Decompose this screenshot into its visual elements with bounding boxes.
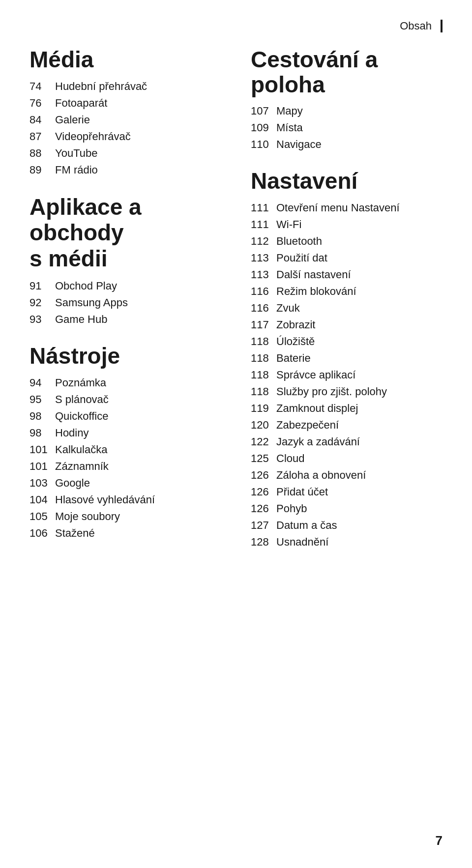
toc-num: 93 <box>30 313 55 326</box>
toc-label: Zobrazit <box>276 318 315 331</box>
toc-label: Google <box>55 477 90 490</box>
toc-item: 116Režim blokování <box>251 285 442 298</box>
toc-item: 95S plánovač <box>30 393 221 406</box>
toc-item: 111Wi-Fi <box>251 218 442 231</box>
section-title-right-1: Nastavení <box>251 169 442 194</box>
toc-item: 110Navigace <box>251 138 442 151</box>
toc-num: 103 <box>30 477 55 490</box>
toc-num: 98 <box>30 427 55 439</box>
toc-num: 94 <box>30 376 55 389</box>
toc-label: Záloha a obnovení <box>276 469 366 482</box>
toc-label: Přidat účet <box>276 486 328 498</box>
toc-item: 127Datum a čas <box>251 519 442 532</box>
toc-label: Jazyk a zadávání <box>276 435 360 448</box>
toc-num: 105 <box>30 510 55 523</box>
toc-label: Zabezpečení <box>276 419 339 432</box>
toc-item: 101Záznamník <box>30 460 221 473</box>
toc-label: Videopřehrávač <box>55 130 131 143</box>
header-bar: Obsah <box>30 20 442 32</box>
toc-item: 105Moje soubory <box>30 510 221 523</box>
page-number: 7 <box>436 833 442 848</box>
toc-num: 118 <box>251 385 276 398</box>
toc-label: Otevření menu Nastavení <box>276 202 400 214</box>
toc-item: 107Mapy <box>251 105 442 117</box>
header-title: Obsah <box>400 20 436 32</box>
toc-label: Quickoffice <box>55 410 108 423</box>
toc-label: Cloud <box>276 452 304 465</box>
toc-item: 118Správce aplikací <box>251 369 442 381</box>
toc-num: 128 <box>251 536 276 549</box>
toc-num: 111 <box>251 202 276 214</box>
toc-item: 113Další nastavení <box>251 268 442 281</box>
toc-num: 84 <box>30 114 55 126</box>
toc-label: Zvuk <box>276 302 300 315</box>
toc-item: 74Hudební přehrávač <box>30 80 221 93</box>
toc-num: 116 <box>251 285 276 298</box>
section-title-left-1: Aplikace a obchodys médii <box>30 194 221 272</box>
section-title-right-0: Cestování a poloha <box>251 47 442 97</box>
toc-item: 106Stažené <box>30 527 221 540</box>
toc-label: Služby pro zjišt. polohy <box>276 385 387 398</box>
toc-num: 106 <box>30 527 55 540</box>
toc-num: 111 <box>251 218 276 231</box>
toc-item: 118Služby pro zjišt. polohy <box>251 385 442 398</box>
toc-item: 117Zobrazit <box>251 318 442 331</box>
toc-label: Game Hub <box>55 313 107 326</box>
toc-num: 74 <box>30 80 55 93</box>
toc-num: 98 <box>30 410 55 423</box>
toc-label: Bluetooth <box>276 235 322 248</box>
toc-label: FM rádio <box>55 164 98 176</box>
toc-label: Hudební přehrávač <box>55 80 147 93</box>
toc-item: 118Úložiště <box>251 335 442 348</box>
toc-item: 109Místa <box>251 121 442 134</box>
toc-item: 111Otevření menu Nastavení <box>251 202 442 214</box>
toc-label: Místa <box>276 121 303 134</box>
toc-num: 104 <box>30 493 55 506</box>
toc-label: Navigace <box>276 138 322 151</box>
toc-label: Wi-Fi <box>276 218 301 231</box>
toc-num: 92 <box>30 296 55 309</box>
toc-label: Hodiny <box>55 427 88 439</box>
toc-label: Usnadnění <box>276 536 328 549</box>
toc-num: 125 <box>251 452 276 465</box>
toc-num: 118 <box>251 335 276 348</box>
toc-label: Záznamník <box>55 460 109 473</box>
toc-label: Samsung Apps <box>55 296 128 309</box>
section-title-left-0: Média <box>30 47 221 72</box>
toc-num: 116 <box>251 302 276 315</box>
toc-num: 126 <box>251 469 276 482</box>
toc-label: Baterie <box>276 352 311 365</box>
toc-label: Správce aplikací <box>276 369 355 381</box>
content-grid: Média74Hudební přehrávač76Fotoaparát84Ga… <box>30 47 442 552</box>
toc-num: 95 <box>30 393 55 406</box>
toc-item: 113Použití dat <box>251 252 442 264</box>
toc-num: 107 <box>251 105 276 117</box>
toc-label: Hlasové vyhledávání <box>55 493 155 506</box>
toc-num: 109 <box>251 121 276 134</box>
toc-num: 101 <box>30 443 55 456</box>
toc-label: Pohyb <box>276 502 307 515</box>
toc-num: 118 <box>251 352 276 365</box>
left-column: Média74Hudební přehrávač76Fotoaparát84Ga… <box>30 47 221 552</box>
toc-num: 113 <box>251 268 276 281</box>
toc-item: 87Videopřehrávač <box>30 130 221 143</box>
toc-item: 126Přidat účet <box>251 486 442 498</box>
toc-label: Fotoaparát <box>55 97 107 110</box>
toc-num: 117 <box>251 318 276 331</box>
page: Obsah Média74Hudební přehrávač76Fotoapar… <box>0 0 472 868</box>
toc-item: 76Fotoaparát <box>30 97 221 110</box>
toc-num: 118 <box>251 369 276 381</box>
toc-label: Mapy <box>276 105 303 117</box>
toc-label: Datum a čas <box>276 519 337 532</box>
toc-item: 98Hodiny <box>30 427 221 439</box>
toc-label: Použití dat <box>276 252 327 264</box>
toc-label: Další nastavení <box>276 268 351 281</box>
toc-item: 128Usnadnění <box>251 536 442 549</box>
toc-num: 126 <box>251 502 276 515</box>
toc-label: Moje soubory <box>55 510 120 523</box>
toc-item: 84Galerie <box>30 114 221 126</box>
toc-num: 101 <box>30 460 55 473</box>
toc-num: 126 <box>251 486 276 498</box>
toc-item: 103Google <box>30 477 221 490</box>
toc-num: 122 <box>251 435 276 448</box>
